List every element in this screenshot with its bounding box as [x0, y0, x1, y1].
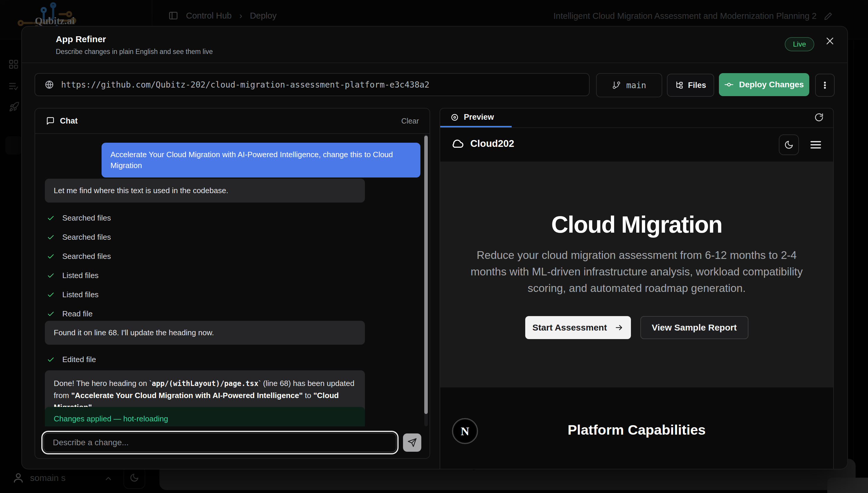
- modal-subtitle: Describe changes in plain English and se…: [56, 48, 213, 56]
- assistant-message-bubble: Found it on line 68. I'll update the hea…: [45, 321, 365, 345]
- preview-capabilities-section: N Platform Capabilities: [440, 387, 833, 469]
- git-branch-icon: [612, 81, 621, 90]
- hero-buttons-row: Start Assessment View Sample Report: [440, 316, 833, 339]
- tool-step: Searched files: [47, 233, 111, 242]
- preview-tab-bar: Preview: [440, 108, 833, 128]
- file-path-code: app/(withLayout)/page.tsx: [152, 380, 258, 388]
- send-button[interactable]: [403, 433, 421, 452]
- capabilities-heading: Platform Capabilities: [440, 422, 833, 438]
- site-brand[interactable]: Cloud202: [451, 137, 514, 150]
- repo-toolbar: https://github.com/Qubitz-202/cloud-migr…: [35, 73, 835, 97]
- branch-selector[interactable]: main: [596, 73, 662, 97]
- user-message-bubble: Accelerate Your Cloud Migration with AI-…: [102, 143, 420, 177]
- preview-hero-section: Cloud Migration Reduce your cloud migrat…: [440, 162, 833, 387]
- active-tab-underline: [440, 126, 512, 127]
- check-icon: [47, 253, 55, 260]
- chat-title: Chat: [46, 116, 78, 126]
- check-icon: [47, 214, 55, 222]
- site-theme-toggle[interactable]: [779, 134, 799, 155]
- view-sample-report-button[interactable]: View Sample Report: [640, 316, 748, 339]
- preview-site-header: Cloud202: [440, 128, 833, 162]
- check-icon: [47, 310, 55, 318]
- app-refiner-modal: App Refiner Describe changes in plain En…: [21, 26, 848, 469]
- assistant-message-bubble: Let me find where this text is used in t…: [45, 179, 365, 202]
- branch-name: main: [626, 81, 646, 90]
- old-heading-text: "Accelerate Your Cloud Migration with AI…: [71, 391, 303, 400]
- chat-panel: Chat Clear Accelerate Your Cloud Migrati…: [35, 108, 430, 459]
- deploy-changes-button[interactable]: Deploy Changes: [719, 73, 809, 96]
- tool-step: Searched files: [47, 252, 111, 261]
- hero-description: Reduce your cloud migration assessment f…: [460, 247, 813, 297]
- preview-eye-icon: [450, 113, 459, 122]
- check-icon: [47, 234, 55, 241]
- chat-header: Chat Clear: [35, 108, 429, 134]
- send-plane-icon: [407, 438, 417, 447]
- tool-step: Edited file: [47, 355, 96, 364]
- moon-icon: [784, 140, 793, 150]
- files-button-label: Files: [688, 81, 706, 90]
- chat-bubble-icon: [46, 116, 55, 125]
- chat-input[interactable]: [43, 433, 397, 452]
- hamburger-menu-icon[interactable]: [810, 138, 822, 151]
- check-icon: [47, 272, 55, 280]
- close-icon[interactable]: [825, 36, 835, 46]
- deploy-button-label: Deploy Changes: [739, 80, 804, 89]
- tool-step: Read file: [47, 309, 93, 318]
- tool-step: Searched files: [47, 213, 111, 222]
- screen: Qubitz.ai Control Hub › Deploy Intellige…: [0, 0, 868, 493]
- refresh-icon[interactable]: [814, 113, 824, 122]
- chat-clear-button[interactable]: Clear: [401, 117, 419, 125]
- check-icon: [47, 356, 55, 364]
- chat-composer: [35, 426, 429, 459]
- check-icon: [47, 291, 55, 299]
- tab-preview[interactable]: Preview: [450, 113, 494, 122]
- preview-panel: Preview Cloud202: [440, 108, 834, 469]
- chat-message-list[interactable]: Accelerate Your Cloud Migration with AI-…: [35, 134, 429, 426]
- arrow-right-icon: [615, 323, 624, 332]
- repo-url-text: https://github.com/Qubitz-202/cloud-migr…: [61, 80, 429, 90]
- tool-step: Listed files: [47, 290, 99, 299]
- git-commit-icon: [724, 80, 734, 89]
- cloud-icon: [451, 137, 464, 150]
- start-assessment-button[interactable]: Start Assessment: [525, 316, 631, 339]
- hot-reload-status-bubble: Changes applied — hot-reloading: [45, 407, 365, 426]
- hero-heading: Cloud Migration: [440, 211, 833, 238]
- chat-scrollbar-thumb[interactable]: [424, 136, 428, 414]
- modal-title: App Refiner: [56, 34, 106, 44]
- kebab-menu-icon: [821, 81, 829, 90]
- files-button[interactable]: Files: [667, 74, 714, 97]
- live-status-badge: Live: [785, 37, 814, 51]
- file-tree-icon: [675, 81, 684, 90]
- more-options-button[interactable]: [815, 74, 835, 97]
- modal-header-divider: [22, 63, 847, 63]
- globe-icon: [45, 80, 54, 89]
- tool-step: Listed files: [47, 271, 99, 280]
- repo-url-field[interactable]: https://github.com/Qubitz-202/cloud-migr…: [35, 73, 590, 96]
